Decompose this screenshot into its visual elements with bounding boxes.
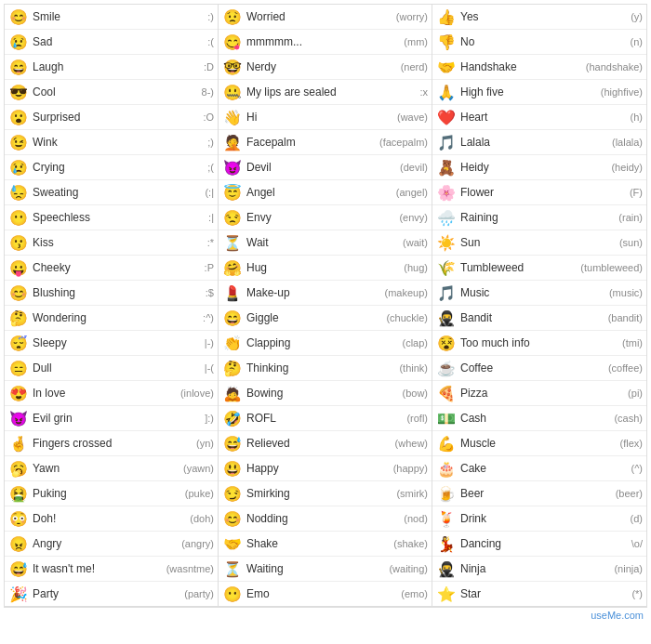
emoji-icon: 👎: [436, 32, 457, 52]
emoji-icon: 😊: [8, 7, 29, 27]
list-item: 🤔Thinking(think): [219, 356, 432, 381]
emoji-icon: 🤓: [222, 57, 243, 77]
emoji-code: (emo): [401, 588, 428, 599]
emoji-icon: 💄: [222, 283, 243, 303]
emoji-name: Too much info: [460, 336, 618, 349]
list-item: 🤝Handshake(handshake): [432, 55, 646, 80]
emoji-icon: 🎂: [436, 458, 457, 479]
emoji-name: Waiting: [246, 562, 385, 575]
emoji-name: Worried: [246, 10, 392, 23]
emoji-icon: 😎: [8, 82, 29, 102]
list-item: 🥷Ninja(ninja): [432, 557, 646, 582]
emoji-code: (sun): [619, 237, 643, 248]
emoji-name: Flower: [460, 186, 626, 199]
emoji-icon: 😄: [222, 308, 243, 328]
list-item: 😢Crying;(: [5, 155, 218, 180]
emoji-name: It wasn't me!: [33, 562, 163, 575]
emoji-name: Bandit: [460, 311, 604, 324]
emoji-name: Cheeky: [33, 261, 201, 274]
emoji-code: (highfive): [601, 86, 643, 98]
emoji-code: (yn): [196, 438, 214, 449]
emoji-name: mmmmm...: [246, 35, 400, 48]
emoji-name: Angel: [246, 186, 392, 199]
emoji-code: (heidy): [611, 162, 643, 173]
emoji-code: (hug): [404, 262, 428, 273]
emoji-icon: 🤔: [222, 358, 243, 378]
list-item: ☀️Sun(sun): [432, 230, 646, 256]
list-item: 😍In love(inlove): [5, 381, 218, 406]
emoji-code: (clap): [402, 337, 428, 348]
emoji-name: Kiss: [33, 236, 204, 249]
emoji-name: Cash: [460, 412, 610, 425]
column-2: 😟Worried(worry)😋mmmmm...(mm)🤓Nerdy(nerd)…: [219, 5, 432, 606]
emoji-code: (handshake): [586, 61, 643, 72]
list-item: 😈Devil(devil): [219, 155, 432, 180]
emoji-icon: 🤦: [222, 132, 243, 152]
emoji-code: (:|: [205, 187, 214, 198]
list-item: 🍺Beer(beer): [432, 481, 646, 506]
emoji-name: Handshake: [460, 60, 582, 73]
list-item: 😢Sad:(: [5, 30, 218, 55]
emoji-code: (pi): [628, 388, 643, 399]
list-item: 😊Nodding(nod): [219, 506, 432, 532]
list-item: ❤️Heart(h): [432, 105, 646, 130]
list-item: 🎂Cake(^): [432, 456, 646, 481]
emoji-name: Emo: [246, 587, 397, 600]
emoji-name: Facepalm: [246, 136, 376, 149]
emoji-code: ]:): [205, 413, 214, 424]
emoji-icon: 😓: [8, 182, 29, 203]
emoji-icon: 😊: [8, 283, 29, 303]
emoji-code: (puke): [185, 488, 214, 499]
emoji-icon: 😶: [222, 584, 243, 604]
list-item: 😇Angel(angel): [219, 180, 432, 205]
emoji-icon: 😅: [222, 433, 243, 453]
emoji-name: Cool: [33, 85, 198, 99]
list-item: 💃Dancing\o/: [432, 532, 646, 557]
list-item: 😶Speechless:|: [5, 205, 218, 230]
emoji-code: (d): [631, 513, 643, 524]
emoji-code: (devil): [400, 162, 428, 173]
emoji-icon: 😍: [8, 383, 29, 403]
emoji-name: ROFL: [246, 412, 403, 425]
list-item: 🌸Flower(F): [432, 180, 646, 205]
list-item: 😃Happy(happy): [219, 456, 432, 481]
emoji-name: Relieved: [246, 437, 392, 450]
emoji-icon: 🥷: [436, 308, 457, 328]
emoji-code: :*: [207, 237, 214, 248]
emoji-icon: 😮: [8, 107, 29, 127]
emoji-code: :^): [203, 312, 214, 323]
emoji-code: (beer): [616, 488, 643, 499]
emoji-name: Hug: [246, 261, 400, 274]
emoji-code: :): [207, 11, 214, 22]
emoji-icon: 😛: [8, 257, 29, 278]
emoji-icon: 😢: [8, 157, 29, 177]
list-item: 👎No(n): [432, 30, 646, 55]
emoji-icon: 😢: [8, 32, 29, 52]
emoji-code: ;(: [207, 162, 214, 173]
emoji-name: Happy: [246, 462, 390, 475]
emoji-icon: 🙏: [436, 82, 457, 102]
emoji-icon: 🌾: [436, 257, 457, 278]
emoji-code: :P: [205, 262, 214, 273]
list-item: 🧸Heidy(heidy): [432, 155, 646, 180]
list-item: 🤦Facepalm(facepalm): [219, 130, 432, 155]
emoji-code: (yawn): [183, 463, 214, 474]
emoji-code: (facepalm): [379, 137, 428, 148]
emoji-code: (wasntme): [166, 563, 214, 574]
emoji-name: Crying: [33, 161, 204, 174]
emoji-code: |-(: [205, 362, 214, 374]
emoji-name: Muscle: [460, 437, 617, 450]
emoji-icon: 😉: [8, 132, 29, 152]
emoji-name: High five: [460, 85, 597, 99]
emoji-icon: ❤️: [436, 107, 457, 127]
list-item: 🌾Tumbleweed(tumbleweed): [432, 256, 646, 281]
column-3: 👍Yes(y)👎No(n)🤝Handshake(handshake)🙏High …: [432, 5, 646, 606]
emoji-name: Nodding: [246, 512, 400, 525]
emoji-list: 😊Smile:)😢Sad:(😄Laugh:D😎Cool8-)😮Surprised…: [4, 4, 647, 623]
brand-link[interactable]: useMe.com: [591, 610, 644, 621]
emoji-grid: 😊Smile:)😢Sad:(😄Laugh:D😎Cool8-)😮Surprised…: [4, 4, 647, 607]
emoji-icon: 🧸: [436, 157, 457, 177]
list-item: 😉Wink;): [5, 130, 218, 155]
emoji-code: :|: [208, 212, 214, 223]
list-item: 💄Make-up(makeup): [219, 281, 432, 306]
